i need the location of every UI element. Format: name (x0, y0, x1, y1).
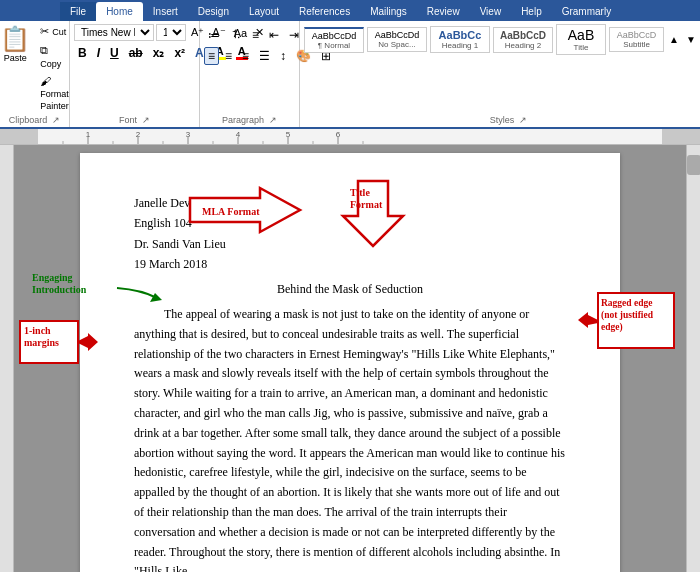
italic-button[interactable]: I (93, 44, 104, 62)
paste-button[interactable]: 📋 Paste (0, 23, 34, 113)
svg-text:margins: margins (24, 337, 59, 348)
style-title[interactable]: AaB Title (556, 24, 606, 55)
tab-grammarly[interactable]: Grammarly (552, 2, 621, 21)
line-spacing-button[interactable]: ↕ (276, 47, 290, 65)
cut-button[interactable]: ✂ Cut (36, 23, 73, 40)
bold-button[interactable]: B (74, 44, 91, 62)
multilevel-list-button[interactable]: ≡ (248, 26, 263, 44)
style-heading2[interactable]: AaBbCcD Heading 2 (493, 27, 553, 53)
align-left-button[interactable]: ≡ (204, 47, 219, 65)
tab-home[interactable]: Home (96, 2, 143, 21)
svg-text:1: 1 (86, 130, 91, 139)
ragged-edge-annotation: Ragged edge (not justified edge) (598, 293, 678, 359)
strikethrough-button[interactable]: ab (125, 44, 147, 62)
tab-mailings[interactable]: Mailings (360, 2, 417, 21)
svg-text:Introduction: Introduction (32, 284, 87, 295)
clipboard-label: Clipboard ↗ (0, 115, 69, 125)
styles-scroll-down[interactable]: ▼ (684, 32, 698, 47)
font-group-label: Font ↗ (70, 115, 199, 125)
svg-text:MLA Format: MLA Format (202, 206, 260, 217)
tab-references[interactable]: References (289, 2, 360, 21)
svg-text:5: 5 (286, 130, 291, 139)
svg-text:Engaging: Engaging (32, 272, 73, 283)
tab-layout[interactable]: Layout (239, 2, 289, 21)
svg-marker-36 (578, 312, 598, 328)
svg-text:edge): edge) (601, 322, 623, 333)
svg-text:3: 3 (186, 130, 191, 139)
justify-button[interactable]: ☰ (255, 47, 274, 65)
tab-insert[interactable]: Insert (143, 2, 188, 21)
margins-annotation: 1-inch margins (20, 321, 100, 397)
svg-marker-31 (78, 333, 98, 351)
bullets-button[interactable]: ≔ (204, 26, 224, 44)
paste-icon: 📋 (0, 25, 30, 53)
paste-label: Paste (4, 53, 27, 63)
svg-text:Format: Format (350, 199, 383, 210)
essay-title: Behind the Mask of Seduction (134, 279, 566, 299)
styles-group-label: Styles ↗ (300, 115, 700, 125)
decrease-indent-button[interactable]: ⇤ (265, 26, 283, 44)
format-painter-button[interactable]: 🖌 Format Painter (36, 73, 73, 113)
svg-text:2: 2 (136, 130, 141, 139)
font-size-select[interactable]: 12 11 10 14 (156, 24, 186, 41)
tab-help[interactable]: Help (511, 2, 552, 21)
engaging-intro-annotation: Engaging Introduction (32, 268, 192, 324)
tab-review[interactable]: Review (417, 2, 470, 21)
svg-text:4: 4 (236, 130, 241, 139)
subscript-button[interactable]: x₂ (149, 44, 169, 62)
mla-format-annotation: MLA Format (190, 183, 310, 244)
svg-text:1-inch: 1-inch (24, 325, 51, 336)
align-center-button[interactable]: ≡ (221, 47, 236, 65)
svg-text:(not justified: (not justified (601, 310, 654, 321)
svg-text:Title: Title (350, 187, 370, 198)
font-name-select[interactable]: Times New Roman Calibri Arial (74, 24, 154, 41)
svg-marker-27 (150, 293, 162, 302)
style-heading1[interactable]: AaBbCc Heading 1 (430, 26, 490, 53)
style-subtitle[interactable]: AaBbCcD Subtitle (609, 27, 664, 52)
align-right-button[interactable]: ≡ (238, 47, 253, 65)
title-format-annotation: Title Format (348, 181, 418, 257)
svg-text:6: 6 (336, 130, 341, 139)
essay-body-paragraph: The appeal of wearing a mask is not just… (134, 305, 566, 572)
tab-view[interactable]: View (470, 2, 512, 21)
superscript-button[interactable]: x² (170, 44, 189, 62)
style-normal[interactable]: AaBbCcDd ¶ Normal (304, 27, 364, 53)
paragraph-group-label: Paragraph ↗ (200, 115, 299, 125)
style-no-spacing[interactable]: AaBbCcDd No Spac... (367, 27, 427, 52)
copy-button[interactable]: ⧉ Copy (36, 42, 73, 71)
styles-scroll-up[interactable]: ▲ (667, 32, 681, 47)
numbering-button[interactable]: ⒈ (226, 24, 246, 45)
underline-button[interactable]: U (106, 44, 123, 62)
tab-design[interactable]: Design (188, 2, 239, 21)
svg-text:Ragged edge: Ragged edge (601, 298, 652, 308)
tab-file[interactable]: File (60, 2, 96, 21)
